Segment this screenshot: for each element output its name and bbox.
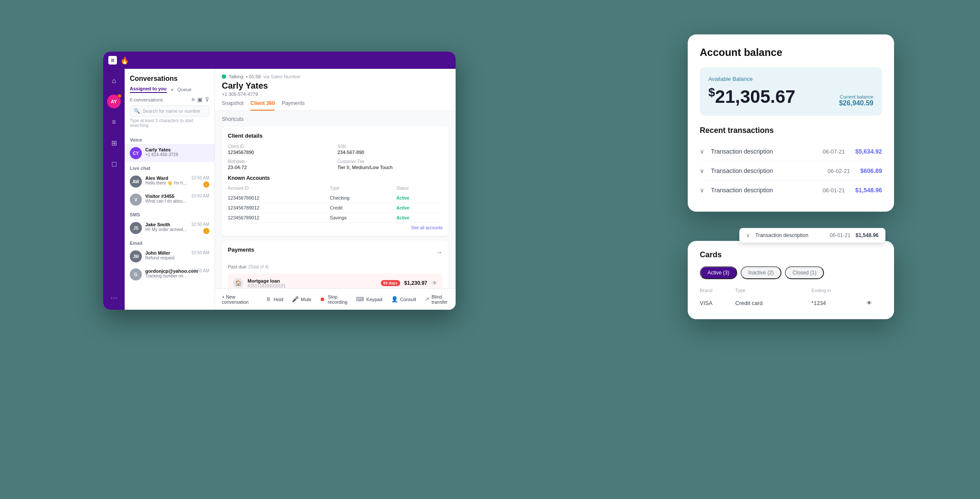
acct-status-3: Active xyxy=(396,216,409,220)
avatar-carly-yates: CY xyxy=(130,147,142,159)
panel-tabs: Snapshot Client 360 Payments xyxy=(222,100,449,111)
detail-birthdate: Birthdate 23-04-72 xyxy=(228,159,333,170)
new-conversation-btn[interactable]: + New conversation xyxy=(222,294,248,305)
past-due-item[interactable]: 🏠 Mortgage loan #151718191010181 93 days… xyxy=(228,274,443,288)
current-balance: Current balance $26,940.59 xyxy=(839,94,873,107)
detail-ssn: SSN 234-567-890 xyxy=(337,144,443,155)
tab-snapshot[interactable]: Snapshot xyxy=(222,100,244,111)
acct-type-1: Checking xyxy=(330,193,396,203)
blind-transfer-icon: ↗ xyxy=(425,296,429,302)
nav-grid-icon[interactable]: ⊞ xyxy=(107,136,121,150)
payments-title: Payments xyxy=(228,246,254,253)
transaction-item-3[interactable]: ∨ Transaction description 06-01-21 $1,54… xyxy=(700,181,882,200)
conv-item-jake-smith[interactable]: JS Jake Smith Hi! My order arrived yeste… xyxy=(125,219,214,237)
app-window: it 🔥 ⌂ AY ≡ ⊞ ◻ ⋯ Conversations Assigned… xyxy=(103,52,456,310)
transaction-item-1[interactable]: ∨ Transaction description 06-07-21 $5,63… xyxy=(700,142,882,161)
accounts-table: Account ID Type Status 123456789012 Chec… xyxy=(228,185,443,223)
conv-name-visitor: Visitor #3455 xyxy=(145,194,188,199)
call-via: via Sales Number xyxy=(263,74,301,79)
grid-view-icon[interactable]: ▣ xyxy=(197,96,202,103)
detail-grid: Client ID 1234567890 SSN 234-567-890 Bir… xyxy=(228,144,443,170)
mute-btn[interactable]: 🎤 Mute xyxy=(292,296,311,302)
conv-item-john-miller[interactable]: JM John Miller Refund request 10:50 AM xyxy=(125,247,214,265)
bottom-toolbar: + New conversation ⏸ Hold 🎤 Mute ⏺ Stop … xyxy=(215,288,456,310)
col-ending: Ending in xyxy=(812,286,867,296)
consult-btn[interactable]: 👤 Consult xyxy=(391,296,416,302)
conv-meta-john: 10:50 AM xyxy=(191,250,209,255)
fire-icon: 🔥 xyxy=(120,56,129,65)
conv-meta-gordon: 10:50 AM xyxy=(191,268,209,273)
conv-meta-visitor: 10:50 AM xyxy=(191,194,209,198)
available-balance-section: Available Balance $21,305.67 Current bal… xyxy=(700,67,882,116)
mute-icon: 🎤 xyxy=(292,296,299,302)
chevron-icon-2: ∨ xyxy=(700,167,704,174)
cards-section: Cards Active (3) Inactive (2) Closed (1)… xyxy=(688,241,894,319)
card-row-1[interactable]: VISA Credit card *1234 👁 xyxy=(700,296,882,310)
keypad-btn[interactable]: ⌨ Keypad xyxy=(356,296,382,302)
nav-filter-icon[interactable]: ≡ xyxy=(107,115,121,129)
cards-tab-closed[interactable]: Closed (1) xyxy=(785,266,824,279)
account-row-1[interactable]: 123456789012 Checking Active xyxy=(228,193,443,203)
col-type: Type xyxy=(330,185,396,193)
nav-apps-icon[interactable]: ⋯ xyxy=(107,291,121,305)
conv-item-visitor[interactable]: V Visitor #3455 What can I do about it? … xyxy=(125,191,214,209)
past-due-total: (Total of 4) xyxy=(248,265,269,269)
conversations-panel: Conversations Assigned to you ★ Queue 6 … xyxy=(125,69,215,310)
payments-card: Payments → Past due (Total of 4) 🏠 Mortg… xyxy=(222,240,449,288)
transactions-list: ∨ Transaction description 06-07-21 $5,63… xyxy=(700,142,882,200)
cards-tab-inactive[interactable]: Inactive (2) xyxy=(741,266,781,279)
title-bar: it 🔥 xyxy=(103,52,456,69)
payments-arrow-icon[interactable]: → xyxy=(436,249,443,256)
nav-contacts-icon[interactable]: ◻ xyxy=(107,157,121,170)
conv-item-carly-yates[interactable]: CY Carly Yates +1 814-458-3728 xyxy=(125,144,214,162)
account-row-3[interactable]: 123456789012 Savings Active xyxy=(228,213,443,223)
stop-recording-btn[interactable]: ⏺ Stop recording xyxy=(320,294,347,305)
client-id-value: 1234567890 xyxy=(228,150,333,155)
tab-queue[interactable]: Queue xyxy=(178,87,192,92)
search-hint: Type at least 3 characters to start sear… xyxy=(130,118,209,130)
detail-client-id: Client ID 1234567890 xyxy=(228,144,333,155)
blind-transfer-btn[interactable]: ↗ Blind transfer xyxy=(425,294,447,305)
see-all-accounts[interactable]: See all accounts xyxy=(228,225,443,230)
cards-tab-active[interactable]: Active (3) xyxy=(700,266,737,279)
nav-avatar[interactable]: AY xyxy=(107,95,121,108)
nav-home-icon[interactable]: ⌂ xyxy=(107,74,121,88)
conv-time-alex: 10:50 AM xyxy=(191,176,209,180)
past-due-info: Mortgage loan #151718191010181 xyxy=(248,278,377,288)
cards-tabs[interactable]: Active (3) Inactive (2) Closed (1) xyxy=(700,266,882,279)
available-balance-label: Available Balance xyxy=(708,76,873,82)
conv-name-carly: Carly Yates xyxy=(145,147,209,152)
tab-client-360[interactable]: Client 360 xyxy=(251,100,275,111)
search-icon: 🔍 xyxy=(134,108,140,114)
sms-section-label: SMS xyxy=(125,209,214,219)
tab-assigned[interactable]: Assigned to you xyxy=(130,86,167,93)
conv-name-gordon: gordonjcp@yahoo.com xyxy=(145,268,188,274)
card-eye-icon[interactable]: 👁 xyxy=(867,296,882,310)
past-due-label: Past due xyxy=(228,264,246,269)
conv-tabs: Assigned to you ★ Queue xyxy=(130,86,209,93)
transaction-item-2[interactable]: ∨ Transaction description 06-02-21 $606.… xyxy=(700,161,882,181)
conv-item-gordon[interactable]: G gordonjcp@yahoo.com Tracking number mi… xyxy=(125,265,214,283)
conv-item-alex-ward[interactable]: AW Alex Ward Hello there 👋 I'm having tr… xyxy=(125,172,214,191)
conv-time-jake: 10:50 AM xyxy=(191,222,209,227)
card-type: Credit card xyxy=(735,296,812,310)
hold-btn[interactable]: ⏸ Hold xyxy=(266,296,283,302)
conv-search-box[interactable]: 🔍 Search for name or number xyxy=(130,105,209,117)
ssn-label: SSN xyxy=(337,144,443,149)
app-logo: it xyxy=(108,56,117,65)
call-indicator xyxy=(222,74,226,79)
known-accounts-title: Known Accounts xyxy=(228,175,443,181)
filter-icon[interactable]: ⊽ xyxy=(205,96,209,103)
conv-time-visitor: 10:50 AM xyxy=(191,194,209,198)
account-row-2[interactable]: 123456789012 Credit Active xyxy=(228,203,443,213)
tab-payments[interactable]: Payments xyxy=(282,100,304,111)
col-status: Status xyxy=(396,185,443,193)
mini-chevron-icon: ∨ xyxy=(746,232,750,238)
recent-transactions-title: Recent transactions xyxy=(700,126,882,135)
hold-icon: ⏸ xyxy=(266,296,271,302)
call-status: Talking xyxy=(229,74,243,79)
list-icon[interactable]: ≡ xyxy=(191,96,195,103)
avatar-gordon: G xyxy=(130,268,142,280)
eye-icon[interactable]: 👁 xyxy=(432,280,438,286)
col-actions xyxy=(867,286,882,296)
